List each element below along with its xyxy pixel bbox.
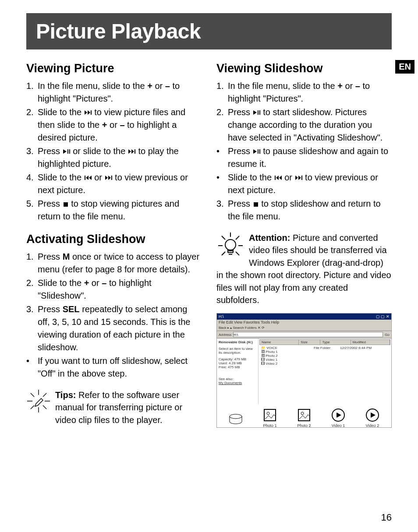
list-marker: 5. [26, 197, 38, 223]
sp-toolbar: Back ▸ ▴ Search Folders ✕ ⟳ [217, 325, 391, 331]
list-marker: • [216, 171, 228, 197]
list-viewing-slideshow: 1.In the file menu, slide to the + or – … [216, 80, 392, 223]
svg-line-2 [31, 393, 34, 397]
list-text: Slide to the to view picture files and t… [38, 106, 202, 144]
svg-rect-18 [264, 409, 276, 421]
list-item: 3.Press to stop slideshow and return to … [216, 197, 392, 223]
svg-line-15 [236, 252, 239, 255]
next-icon [128, 149, 136, 154]
bold-text: + [102, 120, 107, 130]
list-item: •Slide to the or to view previous or nex… [216, 171, 392, 197]
sp-file-row: 🖼 Photo 2 [261, 354, 389, 358]
list-item: 4.Slide to the or to view previous or ne… [26, 171, 202, 197]
next-icon [105, 175, 113, 180]
list-text: If you want to turn off slideshow, selec… [38, 355, 202, 380]
sp-address-bar: Address Go [217, 331, 391, 338]
section-activating-slideshow: Activating Slideshow 1.Press M once or t… [26, 233, 202, 380]
sp-addr-input[interactable] [233, 332, 383, 337]
sp-right-pane: Name Size Type Modified 📁 VOICEFile Fold… [259, 338, 391, 404]
video-file-icon: Video 1 [331, 408, 346, 428]
next-icon [84, 110, 92, 115]
list-marker: • [26, 355, 38, 380]
list-marker: 1. [26, 80, 38, 105]
sp-used: Used: 4.28 MB [219, 361, 256, 365]
section-viewing-slideshow: Viewing Slideshow 1.In the file menu, sl… [216, 62, 392, 223]
list-text: Press to stop slideshow and return to th… [228, 197, 392, 223]
list-item: 3.Press SEL repeatedly to select among o… [26, 303, 202, 354]
stop-icon [253, 201, 259, 207]
bold-text: + [147, 81, 152, 91]
svg-point-21 [301, 412, 304, 415]
page-title-bar: Picture Playback [26, 13, 392, 49]
section-viewing-picture: Viewing Picture 1.In the file menu, slid… [26, 62, 202, 223]
sp-hdr-type: Type [320, 340, 351, 345]
list-item: •Press to pause slideshow and again to r… [216, 145, 392, 170]
sp-file-row: 📁 VOICEFile Folder12/27/2002 6:44 PM [261, 346, 389, 350]
photo-file-icon: Photo 1 [262, 408, 277, 428]
sp-disk-title: Removable Disk (H:) [219, 340, 256, 344]
list-item: 2.Slide to the to view picture files and… [26, 106, 202, 144]
svg-line-3 [43, 393, 46, 397]
sp-go: Go [385, 333, 390, 337]
sp-file-row: 🎞 Video 2 [261, 362, 389, 366]
svg-point-17 [230, 414, 242, 419]
list-text: Press to start slideshow. Pictures chang… [228, 106, 392, 144]
heading-viewing-picture: Viewing Picture [26, 62, 202, 75]
list-text: Press to pause slideshow and again to re… [228, 145, 392, 170]
bold-text: – [120, 120, 124, 130]
prev-icon [274, 175, 282, 180]
sp-file-row: 🖼 Photo 1 [261, 350, 389, 354]
sp-icons-row: Photo 1Photo 2Video 1Video 2 [217, 404, 391, 428]
bold-text: – [102, 278, 106, 288]
list-marker: 2. [26, 277, 38, 302]
sp-hdr-mod: Modified [351, 340, 390, 345]
svg-point-16 [225, 240, 236, 250]
drive-icon [228, 412, 243, 428]
list-text: Press M once or twice to access to playe… [38, 250, 202, 276]
svg-rect-20 [298, 409, 310, 421]
sp-menu: File Edit View Favorites Tools Help [217, 320, 391, 325]
bold-text: – [165, 81, 170, 91]
list-marker: 3. [216, 197, 228, 223]
page-number: 16 [381, 512, 392, 523]
list-marker: 3. [26, 145, 38, 170]
next-icon [295, 175, 303, 180]
list-text: In the file menu, slide to the + or – to… [228, 80, 392, 105]
sp-column-headers: Name Size Type Modified [259, 339, 390, 345]
attention-callout: Attention: Picture and converted video f… [216, 232, 392, 306]
sp-my-docs: My Documents [219, 381, 256, 385]
list-activating-slideshow: 1.Press M once or twice to access to pla… [26, 250, 202, 380]
bold-text: + [337, 81, 343, 91]
sp-hdr-size: Size [299, 340, 320, 345]
sp-file-list: 📁 VOICEFile Folder12/27/2002 6:44 PM🖼 Ph… [259, 345, 390, 366]
list-text: Slide to the + or – to highlight "Slides… [38, 277, 202, 302]
bold-text: SEL [63, 304, 80, 314]
tips-label: Tips: [55, 390, 76, 400]
sp-left-pane: Removable Disk (H:) Select an item to vi… [217, 338, 259, 404]
list-item: 1.Press M once or twice to access to pla… [26, 250, 202, 276]
video-file-icon: Video 2 [365, 408, 380, 428]
list-marker: 3. [26, 303, 38, 354]
right-column: EN Viewing Slideshow 1.In the file menu,… [216, 60, 392, 428]
svg-point-19 [267, 412, 269, 415]
sp-addr-label: Address [219, 333, 231, 337]
list-marker: • [216, 145, 228, 170]
list-item: 2.Press to start slideshow. Pictures cha… [216, 106, 392, 144]
attention-label: Attention: [249, 233, 290, 243]
prev-icon [84, 175, 92, 180]
language-badge: EN [395, 60, 414, 74]
list-item: 1.In the file menu, slide to the + or – … [26, 80, 202, 105]
window-controls-icon: ▢ ▢ ✕ [376, 314, 390, 319]
left-column: Viewing Picture 1.In the file menu, slid… [26, 60, 202, 428]
heading-activating-slideshow: Activating Slideshow [26, 233, 202, 246]
list-marker: 2. [26, 106, 38, 144]
svg-line-7 [43, 405, 46, 409]
list-text: Press or slide to the to play the highli… [38, 145, 202, 170]
svg-line-11 [236, 236, 239, 240]
bold-text: + [84, 278, 89, 288]
sp-hdr-name: Name [260, 340, 299, 345]
stop-icon [63, 201, 69, 207]
playpause-icon [253, 149, 261, 154]
bold-text: M [63, 252, 70, 261]
list-text: Press to stop viewing pictures and retur… [38, 197, 202, 223]
